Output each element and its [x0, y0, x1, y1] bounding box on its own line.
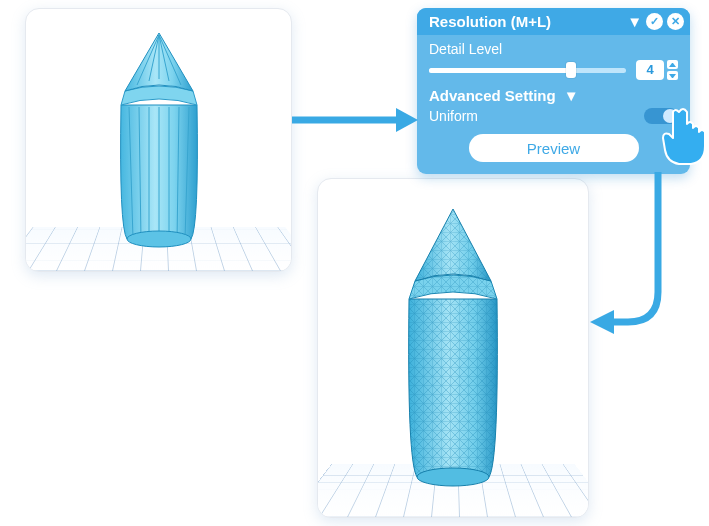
arrow-to-result	[588, 172, 688, 342]
preview-button[interactable]: Preview	[469, 134, 639, 162]
detail-level-slider[interactable]	[429, 68, 626, 73]
uniform-label: Uniform	[429, 108, 644, 124]
chevron-down-icon: ▼	[564, 87, 579, 104]
panel-title: Resolution (M+L)	[429, 13, 623, 30]
apply-icon[interactable]: ✓	[646, 13, 663, 30]
panel-header[interactable]: Resolution (M+L) ▼ ✓ ✕	[417, 8, 690, 35]
step-up-icon[interactable]	[667, 60, 678, 69]
collapse-icon: ▼	[627, 13, 642, 30]
slider-knob[interactable]	[566, 62, 576, 78]
step-down-icon[interactable]	[667, 71, 678, 80]
svg-point-12	[127, 231, 191, 247]
model-low-poly	[99, 27, 219, 253]
detail-level-value[interactable]: 4	[636, 60, 664, 80]
model-high-poly	[383, 201, 523, 493]
detail-level-label: Detail Level	[429, 41, 502, 57]
arrow-to-panel	[292, 100, 422, 140]
uniform-toggle[interactable]	[644, 108, 678, 124]
svg-point-13	[417, 468, 489, 486]
viewport-after	[317, 178, 589, 518]
viewport-before	[25, 8, 292, 272]
resolution-panel: Resolution (M+L) ▼ ✓ ✕ Detail Level 4	[417, 8, 690, 174]
close-icon[interactable]: ✕	[667, 13, 684, 30]
advanced-setting-header[interactable]: Advanced Setting ▼	[417, 81, 690, 104]
detail-level-stepper[interactable]	[667, 59, 678, 81]
